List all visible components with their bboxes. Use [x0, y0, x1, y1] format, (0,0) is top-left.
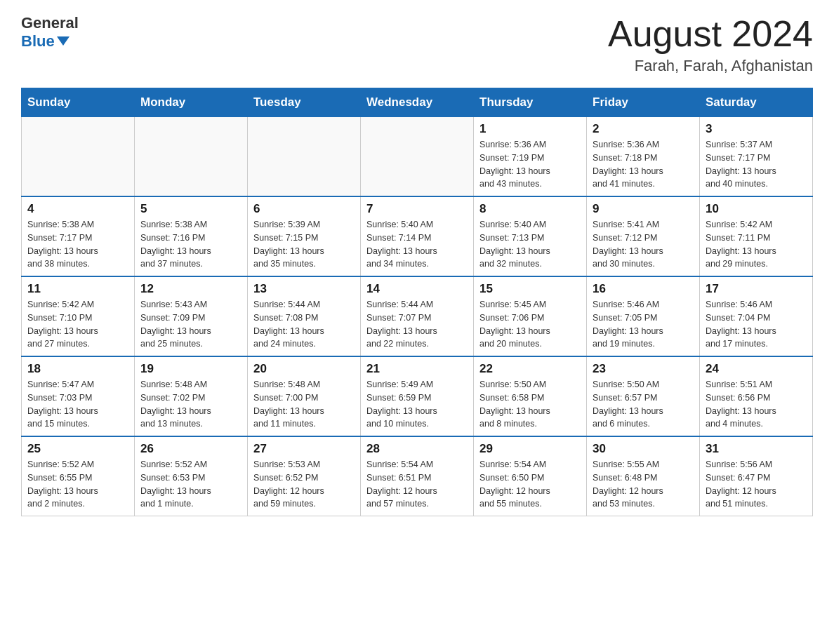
day-info: Sunrise: 5:41 AMSunset: 7:12 PMDaylight:…: [593, 218, 694, 271]
day-info: Sunrise: 5:46 AMSunset: 7:04 PMDaylight:…: [706, 298, 807, 351]
days-of-week-row: Sunday Monday Tuesday Wednesday Thursday…: [22, 88, 813, 117]
col-tuesday: Tuesday: [248, 88, 361, 117]
calendar-day-cell: 24Sunrise: 5:51 AMSunset: 6:56 PMDayligh…: [700, 356, 813, 436]
day-number: 4: [27, 202, 128, 216]
calendar-day-cell: [135, 117, 248, 197]
day-number: 25: [27, 442, 128, 456]
day-info: Sunrise: 5:48 AMSunset: 7:00 PMDaylight:…: [253, 378, 355, 431]
day-info: Sunrise: 5:40 AMSunset: 7:13 PMDaylight:…: [479, 218, 581, 271]
calendar-day-cell: [361, 117, 474, 197]
day-number: 17: [706, 282, 807, 296]
calendar-day-cell: [22, 117, 135, 197]
day-number: 11: [27, 282, 128, 296]
calendar-body: 1Sunrise: 5:36 AMSunset: 7:19 PMDaylight…: [22, 117, 813, 516]
calendar-day-cell: 4Sunrise: 5:38 AMSunset: 7:17 PMDaylight…: [22, 196, 135, 276]
day-info: Sunrise: 5:42 AMSunset: 7:10 PMDaylight:…: [27, 298, 128, 351]
calendar-week-row: 18Sunrise: 5:47 AMSunset: 7:03 PMDayligh…: [22, 356, 813, 436]
col-friday: Friday: [587, 88, 700, 117]
day-number: 24: [706, 362, 807, 376]
calendar-day-cell: 3Sunrise: 5:37 AMSunset: 7:17 PMDaylight…: [700, 117, 813, 197]
calendar-day-cell: 1Sunrise: 5:36 AMSunset: 7:19 PMDaylight…: [474, 117, 587, 197]
calendar-week-row: 4Sunrise: 5:38 AMSunset: 7:17 PMDaylight…: [22, 196, 813, 276]
day-number: 22: [479, 362, 581, 376]
day-number: 26: [140, 442, 241, 456]
day-info: Sunrise: 5:37 AMSunset: 7:17 PMDaylight:…: [706, 138, 807, 191]
day-number: 31: [706, 442, 807, 456]
day-number: 1: [479, 122, 581, 136]
day-number: 27: [253, 442, 355, 456]
day-number: 29: [479, 442, 581, 456]
title-area: August 2024 Farah, Farah, Afghanistan: [608, 14, 813, 75]
day-info: Sunrise: 5:39 AMSunset: 7:15 PMDaylight:…: [253, 218, 355, 271]
day-info: Sunrise: 5:55 AMSunset: 6:48 PMDaylight:…: [593, 458, 694, 511]
calendar-day-cell: 26Sunrise: 5:52 AMSunset: 6:53 PMDayligh…: [135, 436, 248, 516]
day-number: 15: [479, 282, 581, 296]
calendar-day-cell: 9Sunrise: 5:41 AMSunset: 7:12 PMDaylight…: [587, 196, 700, 276]
calendar-day-cell: 19Sunrise: 5:48 AMSunset: 7:02 PMDayligh…: [135, 356, 248, 436]
day-number: 8: [479, 202, 581, 216]
logo-arrow-icon: [57, 36, 70, 46]
day-number: 7: [366, 202, 468, 216]
day-info: Sunrise: 5:51 AMSunset: 6:56 PMDaylight:…: [706, 378, 807, 431]
main-title: August 2024: [608, 14, 813, 54]
calendar-day-cell: 6Sunrise: 5:39 AMSunset: 7:15 PMDaylight…: [248, 196, 361, 276]
calendar-day-cell: 16Sunrise: 5:46 AMSunset: 7:05 PMDayligh…: [587, 276, 700, 356]
day-info: Sunrise: 5:36 AMSunset: 7:19 PMDaylight:…: [479, 138, 581, 191]
day-number: 14: [366, 282, 468, 296]
day-info: Sunrise: 5:38 AMSunset: 7:16 PMDaylight:…: [140, 218, 241, 271]
day-info: Sunrise: 5:44 AMSunset: 7:07 PMDaylight:…: [366, 298, 468, 351]
calendar-day-cell: 8Sunrise: 5:40 AMSunset: 7:13 PMDaylight…: [474, 196, 587, 276]
col-wednesday: Wednesday: [361, 88, 474, 117]
col-sunday: Sunday: [22, 88, 135, 117]
day-info: Sunrise: 5:50 AMSunset: 6:58 PMDaylight:…: [479, 378, 581, 431]
calendar-day-cell: [248, 117, 361, 197]
day-info: Sunrise: 5:45 AMSunset: 7:06 PMDaylight:…: [479, 298, 581, 351]
day-number: 3: [706, 122, 807, 136]
logo-blue-text: Blue: [21, 32, 55, 51]
day-number: 9: [593, 202, 694, 216]
day-info: Sunrise: 5:53 AMSunset: 6:52 PMDaylight:…: [253, 458, 355, 511]
col-monday: Monday: [135, 88, 248, 117]
day-info: Sunrise: 5:44 AMSunset: 7:08 PMDaylight:…: [253, 298, 355, 351]
calendar-day-cell: 17Sunrise: 5:46 AMSunset: 7:04 PMDayligh…: [700, 276, 813, 356]
day-number: 28: [366, 442, 468, 456]
col-thursday: Thursday: [474, 88, 587, 117]
day-number: 21: [366, 362, 468, 376]
day-number: 30: [593, 442, 694, 456]
day-info: Sunrise: 5:52 AMSunset: 6:53 PMDaylight:…: [140, 458, 241, 511]
logo-general-text: General: [21, 14, 79, 32]
calendar-week-row: 1Sunrise: 5:36 AMSunset: 7:19 PMDaylight…: [22, 117, 813, 197]
day-number: 2: [593, 122, 694, 136]
calendar-day-cell: 7Sunrise: 5:40 AMSunset: 7:14 PMDaylight…: [361, 196, 474, 276]
calendar-day-cell: 27Sunrise: 5:53 AMSunset: 6:52 PMDayligh…: [248, 436, 361, 516]
sub-title: Farah, Farah, Afghanistan: [608, 57, 813, 75]
calendar-day-cell: 25Sunrise: 5:52 AMSunset: 6:55 PMDayligh…: [22, 436, 135, 516]
day-info: Sunrise: 5:40 AMSunset: 7:14 PMDaylight:…: [366, 218, 468, 271]
calendar-day-cell: 23Sunrise: 5:50 AMSunset: 6:57 PMDayligh…: [587, 356, 700, 436]
day-info: Sunrise: 5:47 AMSunset: 7:03 PMDaylight:…: [27, 378, 128, 431]
calendar-day-cell: 29Sunrise: 5:54 AMSunset: 6:50 PMDayligh…: [474, 436, 587, 516]
calendar-day-cell: 15Sunrise: 5:45 AMSunset: 7:06 PMDayligh…: [474, 276, 587, 356]
day-info: Sunrise: 5:54 AMSunset: 6:51 PMDaylight:…: [366, 458, 468, 511]
day-info: Sunrise: 5:52 AMSunset: 6:55 PMDaylight:…: [27, 458, 128, 511]
calendar-day-cell: 11Sunrise: 5:42 AMSunset: 7:10 PMDayligh…: [22, 276, 135, 356]
day-info: Sunrise: 5:36 AMSunset: 7:18 PMDaylight:…: [593, 138, 694, 191]
day-number: 10: [706, 202, 807, 216]
day-number: 16: [593, 282, 694, 296]
day-number: 6: [253, 202, 355, 216]
calendar-week-row: 11Sunrise: 5:42 AMSunset: 7:10 PMDayligh…: [22, 276, 813, 356]
day-info: Sunrise: 5:38 AMSunset: 7:17 PMDaylight:…: [27, 218, 128, 271]
calendar-day-cell: 2Sunrise: 5:36 AMSunset: 7:18 PMDaylight…: [587, 117, 700, 197]
calendar-week-row: 25Sunrise: 5:52 AMSunset: 6:55 PMDayligh…: [22, 436, 813, 516]
day-info: Sunrise: 5:48 AMSunset: 7:02 PMDaylight:…: [140, 378, 241, 431]
day-number: 18: [27, 362, 128, 376]
day-number: 13: [253, 282, 355, 296]
day-info: Sunrise: 5:46 AMSunset: 7:05 PMDaylight:…: [593, 298, 694, 351]
day-number: 12: [140, 282, 241, 296]
calendar-header: Sunday Monday Tuesday Wednesday Thursday…: [22, 88, 813, 117]
calendar-day-cell: 28Sunrise: 5:54 AMSunset: 6:51 PMDayligh…: [361, 436, 474, 516]
logo-area: General Blue: [21, 14, 79, 51]
day-info: Sunrise: 5:43 AMSunset: 7:09 PMDaylight:…: [140, 298, 241, 351]
day-number: 19: [140, 362, 241, 376]
calendar-day-cell: 10Sunrise: 5:42 AMSunset: 7:11 PMDayligh…: [700, 196, 813, 276]
